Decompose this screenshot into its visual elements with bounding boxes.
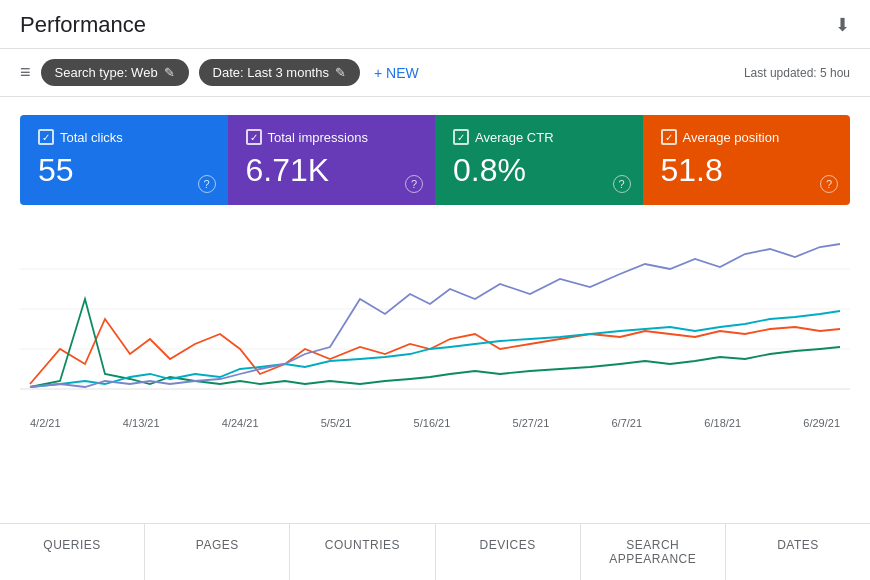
help-icon-ctr[interactable]: ? bbox=[613, 175, 631, 193]
metric-label-ctr: Average CTR bbox=[475, 130, 554, 145]
search-type-label: Search type: Web bbox=[55, 65, 158, 80]
new-button[interactable]: + NEW bbox=[374, 65, 419, 81]
date-range-edit-icon: ✎ bbox=[335, 65, 346, 80]
header: Performance ⬇ bbox=[0, 0, 870, 49]
tab-queries[interactable]: QUERIES bbox=[0, 524, 145, 580]
metric-card-impressions[interactable]: Total impressions 6.71K ? bbox=[228, 115, 436, 205]
metric-card-header-ctr: Average CTR bbox=[453, 129, 625, 145]
metric-card-position[interactable]: Average position 51.8 ? bbox=[643, 115, 851, 205]
date-label-5: 5/16/21 bbox=[414, 417, 451, 429]
blue-purple-line bbox=[30, 244, 840, 387]
check-icon-clicks bbox=[38, 129, 54, 145]
metric-value-ctr: 0.8% bbox=[453, 153, 625, 188]
date-label-6: 5/27/21 bbox=[513, 417, 550, 429]
metric-card-header-impressions: Total impressions bbox=[246, 129, 418, 145]
date-label-1: 4/2/21 bbox=[30, 417, 61, 429]
date-label-7: 6/7/21 bbox=[612, 417, 643, 429]
page-title: Performance bbox=[20, 12, 146, 38]
chart-dates: 4/2/21 4/13/21 4/24/21 5/5/21 5/16/21 5/… bbox=[20, 417, 850, 429]
metric-value-clicks: 55 bbox=[38, 153, 210, 188]
date-label-8: 6/18/21 bbox=[704, 417, 741, 429]
date-range-label: Date: Last 3 months bbox=[213, 65, 329, 80]
tab-pages[interactable]: PAGES bbox=[145, 524, 290, 580]
toolbar: ≡ Search type: Web ✎ Date: Last 3 months… bbox=[0, 49, 870, 97]
metric-value-position: 51.8 bbox=[661, 153, 833, 188]
tab-devices[interactable]: DEVICES bbox=[436, 524, 581, 580]
metric-label-position: Average position bbox=[683, 130, 780, 145]
help-icon-impressions[interactable]: ? bbox=[405, 175, 423, 193]
search-type-chip[interactable]: Search type: Web ✎ bbox=[41, 59, 189, 86]
date-label-3: 4/24/21 bbox=[222, 417, 259, 429]
date-range-chip[interactable]: Date: Last 3 months ✎ bbox=[199, 59, 360, 86]
tab-search-appearance[interactable]: SEARCH APPEARANCE bbox=[581, 524, 726, 580]
metric-card-header-clicks: Total clicks bbox=[38, 129, 210, 145]
metric-label-clicks: Total clicks bbox=[60, 130, 123, 145]
download-icon[interactable]: ⬇ bbox=[835, 14, 850, 36]
check-icon-impressions bbox=[246, 129, 262, 145]
help-icon-clicks[interactable]: ? bbox=[198, 175, 216, 193]
tab-countries[interactable]: COUNTRIES bbox=[290, 524, 435, 580]
check-icon-position bbox=[661, 129, 677, 145]
new-button-label: + NEW bbox=[374, 65, 419, 81]
last-updated-text: Last updated: 5 hou bbox=[744, 66, 850, 80]
filter-icon[interactable]: ≡ bbox=[20, 62, 31, 83]
metric-card-total-clicks[interactable]: Total clicks 55 ? bbox=[20, 115, 228, 205]
chart-container: 4/2/21 4/13/21 4/24/21 5/5/21 5/16/21 5/… bbox=[20, 219, 850, 439]
help-icon-position[interactable]: ? bbox=[820, 175, 838, 193]
date-label-2: 4/13/21 bbox=[123, 417, 160, 429]
tab-dates[interactable]: DATES bbox=[726, 524, 870, 580]
performance-chart bbox=[20, 219, 850, 409]
metric-label-impressions: Total impressions bbox=[268, 130, 368, 145]
page-container: Performance ⬇ ≡ Search type: Web ✎ Date:… bbox=[0, 0, 870, 580]
metric-card-ctr[interactable]: Average CTR 0.8% ? bbox=[435, 115, 643, 205]
date-label-9: 6/29/21 bbox=[803, 417, 840, 429]
metric-card-header-position: Average position bbox=[661, 129, 833, 145]
metric-cards: Total clicks 55 ? Total impressions 6.71… bbox=[20, 115, 850, 205]
metric-value-impressions: 6.71K bbox=[246, 153, 418, 188]
bottom-tabs: QUERIES PAGES COUNTRIES DEVICES SEARCH A… bbox=[0, 523, 870, 580]
date-label-4: 5/5/21 bbox=[321, 417, 352, 429]
check-icon-ctr bbox=[453, 129, 469, 145]
search-type-edit-icon: ✎ bbox=[164, 65, 175, 80]
